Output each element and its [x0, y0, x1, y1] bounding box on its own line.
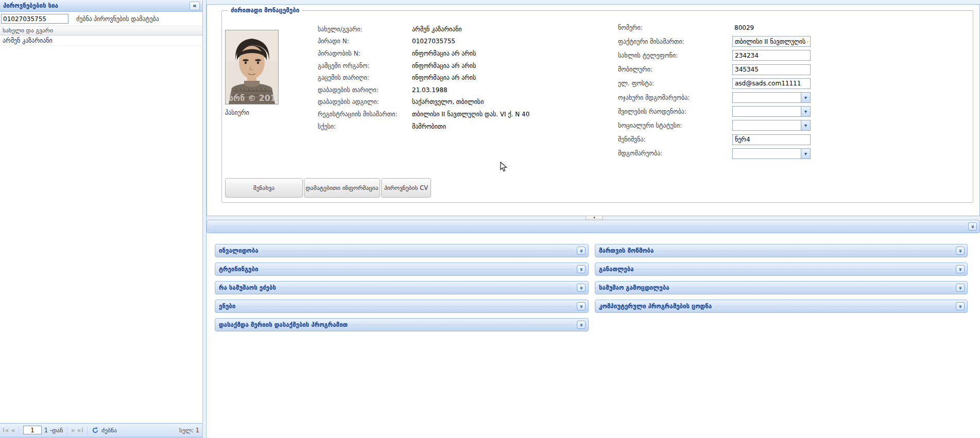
separator	[87, 426, 88, 434]
status-label: პასიური	[225, 109, 249, 116]
field-value: 01027035755	[412, 38, 529, 45]
home-phone-input[interactable]	[732, 50, 811, 61]
next-icon: ▶	[78, 428, 81, 433]
expand-section-button[interactable]: «	[956, 247, 965, 255]
search-button[interactable]: ძებნა	[76, 15, 92, 23]
save-button[interactable]: შენახვა	[225, 178, 303, 198]
expand-section-button[interactable]: «	[577, 321, 586, 329]
field-value: ინფორმაცია არ არის	[412, 74, 529, 81]
double-chevron-down-icon: «	[578, 267, 584, 271]
double-chevron-down-icon: «	[957, 304, 963, 308]
field-label: პირადი N:	[318, 38, 412, 45]
marital-status-combo[interactable]: ▾	[732, 92, 811, 103]
double-chevron-down-icon: «	[970, 224, 975, 228]
dotted-leader	[262, 269, 573, 270]
refresh-icon[interactable]	[92, 427, 99, 434]
pager-page-input[interactable]	[23, 426, 42, 434]
total-count: 1	[196, 427, 199, 434]
combo-trigger-button[interactable]: ▾	[801, 93, 810, 102]
double-chevron-down-icon: «	[578, 323, 584, 326]
mobile-input[interactable]	[732, 64, 811, 75]
chevron-down-icon: ▾	[804, 122, 807, 128]
chevron-down-icon: ▾	[804, 151, 807, 156]
field-label: ფაქტიური მისამართი:	[618, 38, 732, 45]
field-label: ოჯახური მდგომარეობა:	[618, 94, 732, 101]
field-label: რეგისტრაციის მისამართი:	[318, 111, 412, 118]
combo-trigger-button[interactable]: ▾	[801, 120, 810, 130]
expand-section-button[interactable]: «	[956, 302, 965, 310]
expand-section-button[interactable]: «	[968, 222, 977, 231]
field-label: სახლის ტელეფონი:	[618, 52, 732, 59]
add-person-button[interactable]: პიროვნების დამატება	[94, 15, 159, 23]
accordion-languages[interactable]: ენები «	[215, 300, 589, 313]
field-value: მამრობითი	[412, 123, 529, 130]
field-label: დაბადების ადგილი:	[318, 98, 412, 106]
accordion-job-seeking[interactable]: რა სამუშაოს ეძებს «	[215, 281, 589, 294]
combo-trigger-button[interactable]: ▾	[801, 149, 810, 159]
pager-prev-button[interactable]: ◀	[11, 428, 14, 433]
social-status-combo[interactable]: ▾	[732, 120, 811, 131]
email-input[interactable]	[732, 78, 811, 89]
pager-first-button[interactable]: ◀	[3, 428, 8, 433]
accordion-education[interactable]: განათლება «	[595, 262, 968, 276]
field-value: თბილისი II ნავთლუღის დას. VI ქ. N 40	[412, 111, 529, 118]
expand-section-button[interactable]: «	[956, 284, 965, 292]
additional-info-button[interactable]: დამატებითი ინფორმაცია	[304, 178, 380, 198]
pager-last-button[interactable]: ▶	[78, 428, 83, 433]
persons-list-header: პიროვნებების სია «	[0, 0, 202, 12]
person-cv-button[interactable]: პიროვნების CV	[381, 178, 431, 198]
dotted-leader	[715, 306, 952, 307]
double-chevron-down-icon: «	[957, 249, 963, 252]
combo-trigger-button[interactable]: ▾	[801, 107, 810, 116]
pager-total: სულ: 1	[179, 427, 199, 434]
pager-of-label: 1 -დან	[44, 427, 63, 434]
expand-section-button[interactable]: «	[577, 247, 586, 255]
app-window: პიროვნებების სია « ძებნა პიროვნების დამა…	[0, 0, 980, 438]
person-details-grid: ნომერი: 80029 ფაქტიური მისამართი: სახლის…	[618, 21, 811, 161]
double-chevron-down-icon: «	[578, 249, 584, 252]
search-input[interactable]	[1, 14, 68, 24]
top-strip	[207, 0, 980, 4]
grid-column-header-name[interactable]: სახელი და გვარი	[0, 26, 202, 36]
field-label: დაბადების თარიღი:	[318, 86, 412, 94]
note-input[interactable]	[732, 134, 811, 145]
accordion-computer-skills[interactable]: კომპიუტერული პროგრამების ცოდნა «	[595, 300, 968, 313]
dotted-leader	[673, 288, 952, 288]
accordion-work-experience[interactable]: სამუშაო გამოცდილება «	[595, 281, 968, 294]
expand-section-button[interactable]: «	[577, 302, 586, 310]
vertical-splitter[interactable]	[202, 0, 207, 438]
dotted-leader	[239, 306, 573, 307]
search-toolbar: ძებნა პიროვნების დამატება	[0, 12, 202, 26]
field-value: 21.03.1988	[412, 86, 529, 94]
field-label: შენიშვნა:	[618, 136, 732, 143]
chevron-down-icon: ▾	[804, 95, 807, 100]
fieldset-legend: ძირითადი მონაცემები	[228, 7, 302, 14]
next-icon: ▶	[72, 428, 75, 433]
expand-section-button[interactable]: «	[577, 265, 586, 273]
actual-address-input[interactable]	[732, 36, 811, 47]
field-label: მდგომარეობა:	[618, 150, 732, 157]
accordion-employment-program[interactable]: დასაქმდა მერიის დასაქმების პროგრამით «	[215, 318, 589, 331]
field-value: საქართველო, თბილისი	[412, 98, 529, 106]
collapsed-section-bar[interactable]: «	[207, 220, 980, 233]
accordion-disability[interactable]: ინვალიდობა «	[215, 244, 589, 257]
pager-next-button[interactable]: ▶	[72, 428, 75, 433]
field-label: ელ. ფოსტა:	[618, 80, 732, 87]
pager-search-button[interactable]: ძებნა	[101, 427, 117, 434]
prev-icon: ◀	[5, 428, 8, 433]
expand-section-button[interactable]: «	[956, 265, 965, 273]
expand-section-button[interactable]: «	[577, 284, 586, 292]
accordion-trainings[interactable]: ტრეინინგები «	[215, 262, 589, 276]
accordion-driving-license[interactable]: მართვის მოწმობა «	[595, 244, 968, 257]
field-label: გამცემი ორგანო:	[318, 62, 412, 69]
field-label: მობილური:	[618, 66, 732, 73]
chevron-down-icon: ▾	[804, 109, 807, 114]
separator	[19, 426, 19, 434]
state-combo[interactable]: ▾	[732, 148, 811, 159]
dotted-leader	[657, 251, 952, 251]
dotted-leader	[280, 288, 573, 288]
collapse-panel-button[interactable]: «	[190, 2, 200, 10]
person-row[interactable]: არმენ კაზარიანი	[0, 36, 202, 46]
double-chevron-down-icon: «	[957, 286, 963, 289]
children-count-combo[interactable]: ▾	[732, 106, 811, 117]
